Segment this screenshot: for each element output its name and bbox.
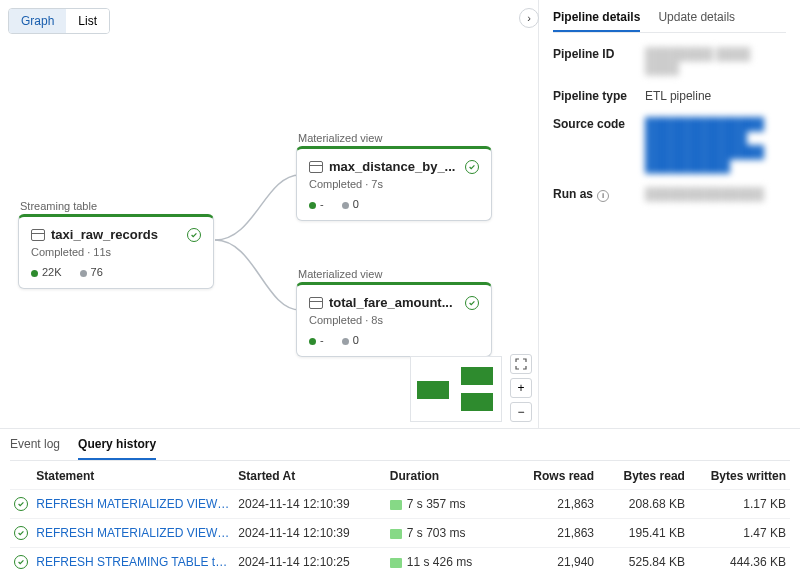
node-metric-other: 76 [80, 266, 103, 278]
bytes-written-cell: 1.17 KB [689, 490, 790, 519]
node-taxi-raw-records[interactable]: taxi_raw_records Completed · 11s 22K 76 [18, 214, 214, 289]
node-name: taxi_raw_records [51, 227, 181, 242]
tab-update-details[interactable]: Update details [658, 10, 735, 32]
node-max-distance[interactable]: max_distance_by_... Completed · 7s - 0 [296, 146, 492, 221]
duration-cell: 7 s 703 ms [386, 519, 507, 548]
node-metric-rows: - [309, 334, 324, 346]
bytes-read-cell: 195.41 KB [598, 519, 689, 548]
table-row[interactable]: REFRESH MATERIALIZED VIEW total_fa...202… [10, 519, 790, 548]
col-bytes-read: Bytes read [598, 461, 689, 490]
statement-cell[interactable]: REFRESH MATERIALIZED VIEW total_fa... [32, 519, 234, 548]
node-status: Completed · 11s [31, 246, 201, 258]
status-success-icon [465, 160, 479, 174]
status-success-icon [14, 555, 28, 569]
fullscreen-button[interactable] [510, 354, 532, 374]
status-success-icon [14, 497, 28, 511]
details-sidebar: Pipeline details Update details Pipeline… [538, 0, 800, 428]
duration-cell: 7 s 357 ms [386, 490, 507, 519]
statement-cell[interactable]: REFRESH MATERIALIZED VIEW max_di... [32, 490, 234, 519]
node-kind-label: Streaming table [20, 200, 214, 212]
table-icon [31, 229, 45, 241]
rows-cell: 21,863 [507, 490, 598, 519]
table-icon [309, 161, 323, 173]
duration-cell: 11 s 426 ms [386, 548, 507, 577]
status-success-icon [465, 296, 479, 310]
started-cell: 2024-11-14 12:10:25 [234, 548, 386, 577]
tab-pipeline-details[interactable]: Pipeline details [553, 10, 640, 32]
pipeline-id-label: Pipeline ID [553, 47, 645, 75]
node-metric-other: 0 [342, 334, 359, 346]
started-cell: 2024-11-14 12:10:39 [234, 490, 386, 519]
node-status: Completed · 7s [309, 178, 479, 190]
graph-canvas[interactable]: Streaming table taxi_raw_records Complet… [0, 0, 538, 428]
node-kind-label: Materialized view [298, 268, 492, 280]
pipeline-id-value: ████████ ████████ [645, 47, 786, 75]
started-cell: 2024-11-14 12:10:39 [234, 519, 386, 548]
source-code-label: Source code [553, 117, 645, 173]
node-name: total_fare_amount... [329, 295, 459, 310]
node-total-fare[interactable]: total_fare_amount... Completed · 8s - 0 [296, 282, 492, 357]
source-code-link[interactable]: ████████████████████████████████████████… [645, 117, 786, 173]
run-as-label: Run asi [553, 187, 645, 202]
info-icon[interactable]: i [597, 190, 609, 202]
node-metric-rows: - [309, 198, 324, 210]
bytes-read-cell: 208.68 KB [598, 490, 689, 519]
rows-cell: 21,863 [507, 519, 598, 548]
graph-tab-button[interactable]: Graph [9, 9, 66, 33]
node-metric-rows: 22K [31, 266, 62, 278]
col-rows: Rows read [507, 461, 598, 490]
node-name: max_distance_by_... [329, 159, 459, 174]
col-duration: Duration [386, 461, 507, 490]
bytes-written-cell: 444.36 KB [689, 548, 790, 577]
pipeline-type-label: Pipeline type [553, 89, 645, 103]
zoom-out-button[interactable]: − [510, 402, 532, 422]
list-tab-button[interactable]: List [66, 9, 109, 33]
zoom-in-button[interactable]: + [510, 378, 532, 398]
minimap[interactable] [410, 356, 502, 422]
pipeline-type-value: ETL pipeline [645, 89, 786, 103]
tab-query-history[interactable]: Query history [78, 437, 156, 460]
statement-cell[interactable]: REFRESH STREAMING TABLE taxi_raw... [32, 548, 234, 577]
status-success-icon [187, 228, 201, 242]
col-started: Started At [234, 461, 386, 490]
bytes-read-cell: 525.84 KB [598, 548, 689, 577]
bytes-written-cell: 1.47 KB [689, 519, 790, 548]
node-metric-other: 0 [342, 198, 359, 210]
node-status: Completed · 8s [309, 314, 479, 326]
query-history-table: Statement Started At Duration Rows read … [10, 461, 790, 576]
col-bytes-written: Bytes written [689, 461, 790, 490]
view-toggle: Graph List [8, 8, 110, 34]
node-kind-label: Materialized view [298, 132, 492, 144]
table-row[interactable]: REFRESH MATERIALIZED VIEW max_di...2024-… [10, 490, 790, 519]
col-statement: Statement [32, 461, 234, 490]
run-as-value: ██████████████ [645, 187, 786, 202]
table-row[interactable]: REFRESH STREAMING TABLE taxi_raw...2024-… [10, 548, 790, 577]
collapse-sidebar-button[interactable]: › [519, 8, 539, 28]
tab-event-log[interactable]: Event log [10, 437, 60, 460]
rows-cell: 21,940 [507, 548, 598, 577]
status-success-icon [14, 526, 28, 540]
table-icon [309, 297, 323, 309]
